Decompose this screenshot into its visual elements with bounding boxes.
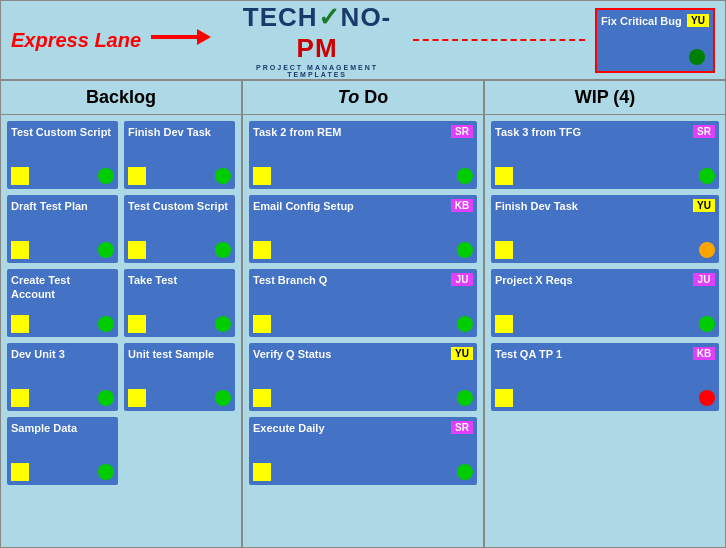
card-dot-green — [215, 242, 231, 258]
card-badge: SR — [451, 125, 473, 138]
card-title: Finish Dev Task — [128, 125, 231, 139]
card-take-test: Take Test — [124, 269, 235, 337]
logo-techno: TECH — [243, 2, 318, 32]
card-yellow-square — [11, 389, 29, 407]
express-lane-card: Fix Critical Bug YU — [595, 8, 715, 73]
logo-no: NO — [341, 2, 382, 32]
card-badge: YU — [451, 347, 473, 360]
card-badge: KB — [451, 199, 473, 212]
card-execute-daily: Execute Daily SR — [249, 417, 477, 485]
card-dot-green — [699, 316, 715, 332]
card-badge: KB — [693, 347, 715, 360]
express-lane-arrow — [151, 24, 211, 56]
column-todo: To Do Task 2 from REM SR Email Config Se… — [242, 80, 484, 548]
card-yellow-square — [495, 389, 513, 407]
card-title: Test Branch Q — [253, 273, 449, 287]
logo-subtitle: PROJECT MANAGEMENT TEMPLATES — [231, 64, 403, 78]
card-dot-green — [98, 168, 114, 184]
card-yellow-square — [253, 241, 271, 259]
card-test-custom-script-2: Test Custom Script — [124, 195, 235, 263]
card-finish-dev-task-wip: Finish Dev Task YU — [491, 195, 719, 263]
card-task2-rem: Task 2 from REM SR — [249, 121, 477, 189]
card-yellow-square — [495, 241, 513, 259]
card-unit-test-sample: Unit test Sample — [124, 343, 235, 411]
card-dot-red — [699, 390, 715, 406]
card-draft-test-plan: Draft Test Plan — [7, 195, 118, 263]
backlog-sub1: Test Custom Script Draft Test Plan — [7, 121, 118, 541]
card-yellow-square — [128, 389, 146, 407]
card-dot-green — [457, 464, 473, 480]
card-dot-green — [457, 168, 473, 184]
card-yellow-square — [495, 167, 513, 185]
card-yellow-square — [128, 315, 146, 333]
express-card-title: Fix Critical Bug — [601, 14, 685, 28]
card-yellow-square — [253, 167, 271, 185]
card-dot-green — [215, 390, 231, 406]
column-wip: WIP (4) Task 3 from TFG SR Finish Dev Ta… — [484, 80, 726, 548]
logo-pm: PM — [297, 33, 338, 63]
express-lane-label: Express Lane — [11, 29, 141, 52]
card-yellow-square — [128, 241, 146, 259]
card-title: Create Test Account — [11, 273, 114, 302]
express-card-badge: YU — [687, 14, 709, 27]
wip-header: WIP (4) — [485, 81, 725, 115]
card-yellow-square — [253, 389, 271, 407]
card-test-branch-q: Test Branch Q JU — [249, 269, 477, 337]
card-dot-green — [457, 390, 473, 406]
card-title: Test Custom Script — [128, 199, 231, 213]
card-finish-dev-task-backlog: Finish Dev Task — [124, 121, 235, 189]
logo-area: TECH✓NO-PM PROJECT MANAGEMENT TEMPLATES — [231, 2, 403, 78]
card-dot-green — [215, 168, 231, 184]
logo-dash: - — [382, 2, 392, 32]
backlog-body: Test Custom Script Draft Test Plan — [1, 115, 241, 547]
card-title: Task 2 from REM — [253, 125, 449, 139]
card-yellow-square — [495, 315, 513, 333]
column-backlog: Backlog Test Custom Script Dra — [0, 80, 242, 548]
card-dot-green — [98, 316, 114, 332]
card-dot-green — [98, 242, 114, 258]
card-title: Dev Unit 3 — [11, 347, 114, 361]
todo-sub1: Task 2 from REM SR Email Config Setup KB — [249, 121, 477, 541]
wip-sub1: Task 3 from TFG SR Finish Dev Task YU — [491, 121, 719, 541]
card-yellow-square — [128, 167, 146, 185]
card-yellow-square — [253, 463, 271, 481]
card-dot-orange — [699, 242, 715, 258]
card-dot-green — [699, 168, 715, 184]
todo-body: Task 2 from REM SR Email Config Setup KB — [243, 115, 483, 547]
card-title: Task 3 from TFG — [495, 125, 691, 139]
card-dot-green — [457, 242, 473, 258]
card-title: Verify Q Status — [253, 347, 449, 361]
card-test-qa-tp1: Test QA TP 1 KB — [491, 343, 719, 411]
card-title: Project X Reqs — [495, 273, 691, 287]
card-badge: JU — [693, 273, 715, 286]
card-dot-green — [98, 464, 114, 480]
card-yellow-square — [11, 167, 29, 185]
svg-marker-1 — [197, 29, 211, 45]
card-badge: JU — [451, 273, 473, 286]
card-yellow-square — [11, 241, 29, 259]
card-title: Test QA TP 1 — [495, 347, 691, 361]
card-title: Email Config Setup — [253, 199, 449, 213]
card-badge: SR — [693, 125, 715, 138]
card-badge: YU — [693, 199, 715, 212]
card-task3-tfg: Task 3 from TFG SR — [491, 121, 719, 189]
wip-body: Task 3 from TFG SR Finish Dev Task YU — [485, 115, 725, 547]
card-title: Execute Daily — [253, 421, 449, 435]
card-title: Finish Dev Task — [495, 199, 691, 213]
card-dot-green — [98, 390, 114, 406]
card-create-test-account: Create Test Account — [7, 269, 118, 337]
express-lane-dash — [413, 39, 585, 41]
card-title: Take Test — [128, 273, 231, 287]
card-badge: SR — [451, 421, 473, 434]
logo-check-icon: ✓ — [318, 2, 341, 32]
todo-header: To Do — [243, 81, 483, 115]
backlog-header: Backlog — [1, 81, 241, 115]
card-dot-green — [457, 316, 473, 332]
card-verify-q-status: Verify Q Status YU — [249, 343, 477, 411]
card-yellow-square — [11, 463, 29, 481]
card-title: Draft Test Plan — [11, 199, 114, 213]
card-email-config: Email Config Setup KB — [249, 195, 477, 263]
card-project-x-reqs: Project X Reqs JU — [491, 269, 719, 337]
kanban-board: Backlog Test Custom Script Dra — [0, 80, 726, 548]
card-sample-data: Sample Data — [7, 417, 118, 485]
